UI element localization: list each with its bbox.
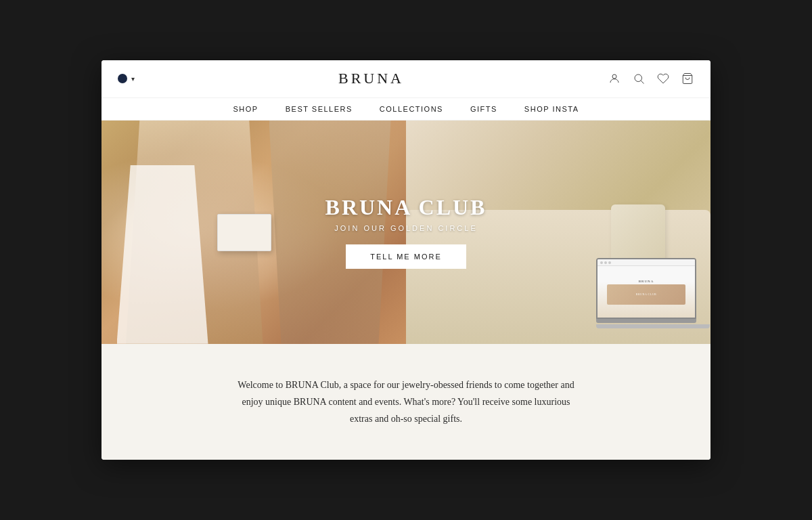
lang-flag: [118, 74, 127, 83]
nav-item-collections[interactable]: COLLECTIONS: [380, 105, 443, 113]
svg-line-2: [641, 81, 644, 84]
browser-window: ▾ BRUNA SHOP BEST SELLERS COLLECTIONS GI…: [102, 60, 710, 460]
hero-subtitle: JOIN OUR GOLDEN CIRCLE: [334, 224, 477, 232]
description-section: Welcome to BRUNA Club, a space for our j…: [102, 344, 710, 460]
hero-cta-button[interactable]: TELL ME MORE: [346, 244, 466, 269]
cart-icon[interactable]: [681, 72, 694, 85]
nav-item-best-sellers[interactable]: BEST SELLERS: [286, 105, 353, 113]
svg-point-1: [635, 74, 642, 82]
search-icon[interactable]: [632, 72, 646, 85]
header-icons: [608, 72, 694, 85]
account-icon[interactable]: [608, 72, 621, 85]
nav-item-shop-insta[interactable]: SHOP INSTA: [524, 105, 579, 113]
site-nav: SHOP BEST SELLERS COLLECTIONS GIFTS SHOP…: [102, 98, 710, 121]
site-header: ▾ BRUNA: [102, 60, 710, 98]
hero-title: BRUNA CLUB: [325, 195, 487, 220]
site-logo[interactable]: BRUNA: [338, 70, 404, 87]
nav-item-shop[interactable]: SHOP: [233, 105, 258, 113]
hero-overlay: BRUNA CLUB JOIN OUR GOLDEN CIRCLE TELL M…: [102, 121, 710, 344]
nav-item-gifts[interactable]: GIFTS: [470, 105, 497, 113]
language-selector[interactable]: ▾: [118, 74, 135, 83]
wishlist-icon[interactable]: [656, 72, 670, 85]
svg-point-0: [612, 74, 616, 79]
hero-section: BRUNA BRUNA CLUB BRUNA CLUB JOIN OUR GOL…: [102, 121, 710, 344]
lang-chevron-icon: ▾: [131, 75, 135, 83]
description-text: Welcome to BRUNA Club, a space for our j…: [230, 376, 582, 428]
